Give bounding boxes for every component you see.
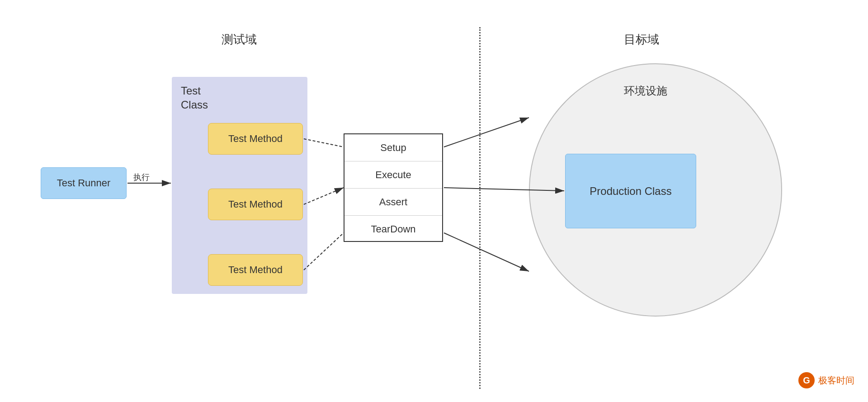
svg-line-7 (444, 118, 529, 147)
target-zone-label: 目标域 (624, 32, 659, 47)
svg-line-5 (304, 188, 344, 204)
svg-line-9 (444, 233, 529, 271)
zone-divider (479, 27, 481, 389)
env-label: 环境设施 (624, 84, 667, 98)
steps-box: Setup Execute Assert TearDown (344, 133, 443, 242)
step-teardown: TearDown (344, 216, 442, 243)
test-class-label: TestClass (181, 84, 208, 112)
watermark: G 极客时间 (798, 372, 854, 388)
step-setup: Setup (344, 134, 442, 161)
step-assert: Assert (344, 189, 442, 216)
svg-text:执行: 执行 (133, 173, 150, 182)
test-method-box-2: Test Method (208, 189, 303, 220)
test-method-box-1: Test Method (208, 123, 303, 155)
test-zone-label: 测试域 (222, 32, 257, 47)
production-class-box: Production Class (565, 154, 696, 228)
watermark-icon: G (798, 372, 815, 388)
svg-line-4 (304, 139, 344, 147)
test-method-box-3: Test Method (208, 254, 303, 286)
test-runner-box: Test Runner (41, 167, 127, 199)
step-execute: Execute (344, 161, 442, 189)
svg-line-6 (304, 233, 344, 270)
diagram-container: 测试域 目标域 TestClass Test Runner Test Metho… (0, 0, 868, 402)
